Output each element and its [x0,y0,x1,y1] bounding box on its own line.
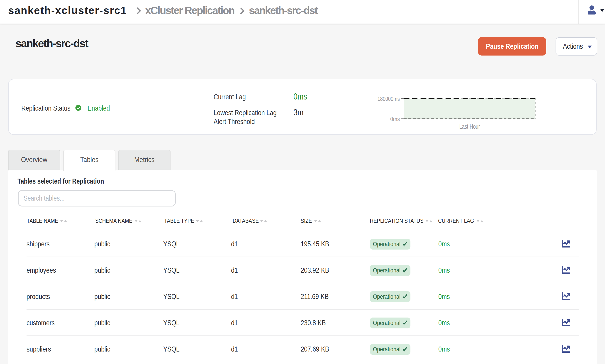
svg-text:180000ms: 180000ms [377,95,400,102]
svg-text:0ms: 0ms [390,116,400,122]
svg-text:Last Hour: Last Hour [460,123,480,130]
